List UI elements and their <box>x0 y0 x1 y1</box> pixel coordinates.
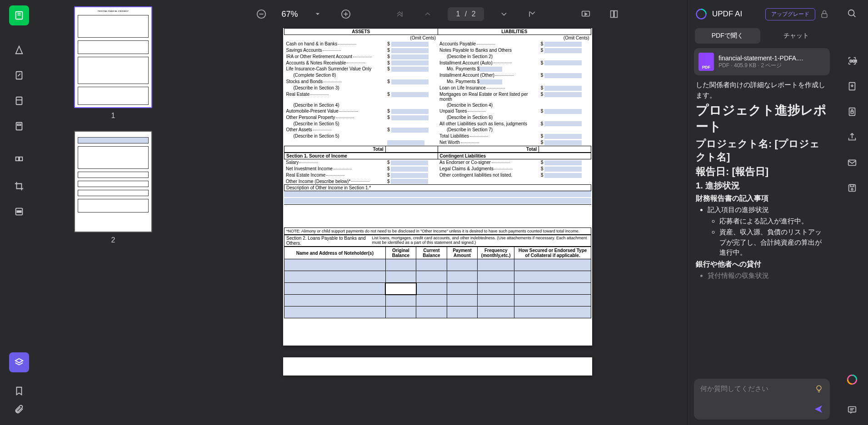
thumbnail-label-2: 2 <box>49 236 177 244</box>
attachment-tool[interactable] <box>14 404 24 414</box>
comment-icon <box>847 405 857 415</box>
pencil-icon <box>14 45 24 55</box>
lock-icon[interactable] <box>820 10 829 19</box>
last-page-icon <box>528 10 537 19</box>
thumbnail-panel: PERSONAL FINANCIAL STATEMENT 1 2 <box>38 0 188 425</box>
send-button[interactable] <box>813 404 823 414</box>
left-toolbar <box>0 0 38 425</box>
annotate-tool[interactable] <box>9 40 29 60</box>
ai-input-placeholder: 何か質問してください <box>700 385 814 393</box>
comment-button[interactable] <box>846 403 858 416</box>
organize-icon <box>14 156 24 166</box>
protect-button[interactable] <box>846 105 858 118</box>
zoom-dropdown[interactable] <box>309 6 326 22</box>
share-icon <box>847 132 857 142</box>
ai-project-name: プロジェクト名: [プロジェクト名] <box>696 137 828 164</box>
ai-file-meta: PDF · 405.9 KB · 2 ページ <box>718 62 825 69</box>
ai-tabs: PDFで聞く チャット <box>688 28 836 44</box>
last-page-button[interactable] <box>524 6 540 22</box>
pages-tool[interactable] <box>9 91 29 111</box>
form-tool[interactable] <box>9 116 29 136</box>
first-page-button[interactable] <box>391 6 408 22</box>
svg-rect-27 <box>851 111 853 114</box>
next-page-button[interactable] <box>496 6 512 22</box>
reader-tool[interactable] <box>9 5 29 25</box>
svg-rect-28 <box>848 160 856 166</box>
layers-tool[interactable] <box>9 352 29 372</box>
minus-icon <box>256 9 266 19</box>
email-icon <box>847 158 857 168</box>
top-toolbar: 67% 1 / 2 <box>188 0 687 28</box>
convert-button[interactable] <box>846 80 858 93</box>
save-icon <box>847 183 857 193</box>
layers-icon <box>14 357 24 367</box>
bookmark-tool[interactable] <box>14 386 24 396</box>
thumbnail-page-2[interactable] <box>74 131 152 232</box>
ai-file-name: financial-statement-1-PDFA.... <box>718 54 825 62</box>
edit-tool[interactable] <box>9 65 29 85</box>
svg-rect-7 <box>17 124 20 125</box>
ai-file-card[interactable]: PDF financial-statement-1-PDFA.... PDF ·… <box>694 48 830 75</box>
organize-tool[interactable] <box>9 151 29 171</box>
ocr-button[interactable]: OCR <box>846 54 858 67</box>
pages-icon <box>14 96 24 106</box>
updf-ai-logo-icon <box>695 8 708 20</box>
svg-rect-6 <box>16 123 22 130</box>
svg-rect-19 <box>614 11 617 18</box>
page-indicator[interactable]: 1 / 2 <box>448 7 484 21</box>
svg-rect-32 <box>848 407 856 412</box>
paperclip-icon <box>14 404 24 414</box>
total-pages: 2 <box>472 10 476 18</box>
center-area: 67% 1 / 2 ASSETSLIABILITIES (Omit Cents)… <box>188 0 687 425</box>
svg-rect-11 <box>17 211 21 212</box>
tab-pdf-ask[interactable]: PDFで聞く <box>695 28 760 44</box>
ai-response-content[interactable]: した関係者向けの詳細なレポートを作成します。 プロジェクト進捗レポート プロジェ… <box>688 80 836 374</box>
thumbnail-page-1[interactable]: PERSONAL FINANCIAL STATEMENT <box>74 6 152 108</box>
redact-tool[interactable] <box>9 202 29 222</box>
view-mode-button[interactable] <box>606 6 622 22</box>
tab-chat[interactable]: チャット <box>764 28 829 44</box>
plus-icon <box>341 9 351 19</box>
chevron-down-icon <box>499 10 509 19</box>
ai-report-date: 報告日: [報告日] <box>696 165 828 178</box>
zoom-out-button[interactable] <box>253 6 269 22</box>
svg-point-31 <box>851 188 853 190</box>
shield-lock-icon <box>847 107 857 117</box>
ai-input-area[interactable]: 何か質問してください <box>694 379 830 420</box>
save-button[interactable] <box>846 182 858 194</box>
bookmark-icon <box>14 386 24 396</box>
presentation-button[interactable] <box>578 6 594 22</box>
pdf-page-1: ASSETSLIABILITIES (Omit Cents)(Omit Cent… <box>283 28 592 346</box>
upgrade-button[interactable]: アップグレード <box>765 8 815 20</box>
zoom-level: 67% <box>281 10 298 19</box>
presentation-icon <box>581 9 591 19</box>
form-icon <box>14 121 24 131</box>
updf-logo-button[interactable] <box>846 373 858 386</box>
prev-page-button[interactable] <box>419 6 436 22</box>
crop-tool[interactable] <box>9 176 29 196</box>
svg-rect-4 <box>16 97 22 105</box>
ai-li-1a: 応募者による記入が進行中。 <box>719 216 828 227</box>
share-button[interactable] <box>846 131 858 143</box>
chevron-down-icon <box>314 11 321 17</box>
view-mode-icon <box>609 9 619 19</box>
document-viewport[interactable]: ASSETSLIABILITIES (Omit Cents)(Omit Cent… <box>188 28 687 425</box>
search-button[interactable] <box>846 7 858 20</box>
search-icon <box>847 9 857 19</box>
ai-li-1: 記入項目の進捗状況 <box>708 205 828 215</box>
ocr-icon: OCR <box>847 56 857 66</box>
svg-rect-30 <box>850 185 853 187</box>
pdf-page-2 <box>283 357 592 376</box>
email-button[interactable] <box>846 156 858 169</box>
book-icon <box>14 10 24 20</box>
chevron-up-icon <box>423 10 432 19</box>
lightbulb-icon[interactable] <box>814 384 823 393</box>
current-page: 1 <box>456 10 460 18</box>
zoom-in-button[interactable] <box>338 6 354 22</box>
svg-rect-8 <box>16 157 19 161</box>
right-toolbar: OCR <box>836 0 868 425</box>
ai-li-1b: 資産、収入源、負債のリストアップが完了し、合計純資産の算出が進行中。 <box>719 227 828 258</box>
svg-rect-20 <box>822 14 827 17</box>
first-page-icon <box>395 10 404 19</box>
svg-line-23 <box>853 15 856 17</box>
